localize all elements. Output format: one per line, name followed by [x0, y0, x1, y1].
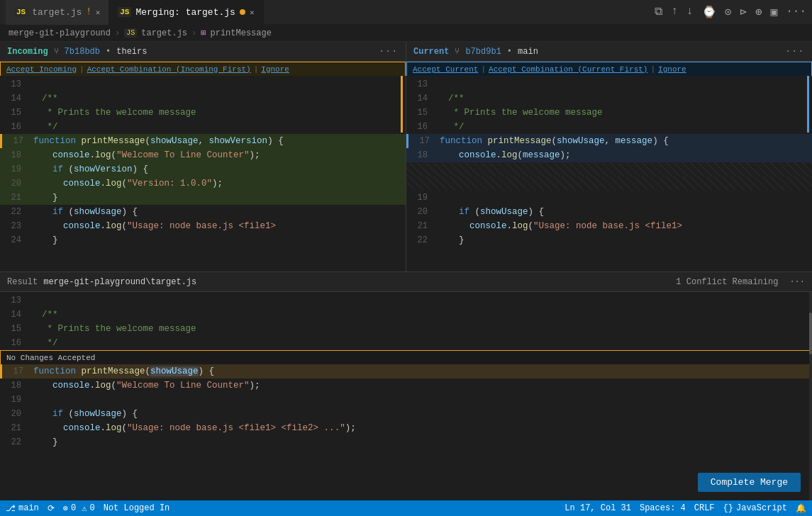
tab-merging-target-js[interactable]: JS Merging: target.js ✕: [109, 0, 263, 25]
conflict-count: 1 Conflict Remaining: [676, 277, 778, 287]
branch-icon[interactable]: ⊙: [725, 5, 732, 19]
code-line: 16 */: [0, 120, 406, 134]
incoming-hash: 7b18bdb: [65, 47, 100, 57]
sync-status[interactable]: ⟳: [48, 503, 55, 514]
code-line: 13: [406, 77, 812, 91]
current-more[interactable]: ···: [785, 47, 805, 57]
ignore-incoming-link[interactable]: Ignore: [261, 65, 289, 74]
code-line: 19: [0, 393, 812, 407]
code-line: 14 /**: [0, 91, 406, 106]
conflict-line: 19 if (showVersion) {: [0, 162, 406, 176]
breadcrumb-js-icon: JS: [124, 28, 137, 38]
js-icon: JS: [14, 7, 28, 17]
code-line: 18 console.log("Welcome To Line Counter"…: [0, 378, 812, 393]
breadcrumb-file[interactable]: target.js: [141, 28, 187, 38]
incoming-content: Accept Incoming | Accept Combination (In…: [0, 62, 406, 271]
js-icon-2: JS: [118, 7, 131, 17]
code-line: 22 }: [406, 233, 812, 247]
position-status[interactable]: Ln 17, Col 31: [564, 503, 631, 513]
more-icon[interactable]: ···: [786, 5, 806, 19]
code-line: 16 */: [406, 120, 812, 134]
conflict-line: 17 function printMessage(showUsage, mess…: [406, 134, 812, 148]
language-label: JavaScript: [736, 503, 787, 513]
sync-icon: ⟳: [48, 503, 55, 514]
position-label: Ln 17, Col 31: [564, 503, 631, 513]
nav-down-icon[interactable]: ↓: [686, 5, 694, 19]
conflict-line: 18 console.log(message);: [406, 148, 812, 162]
tab-modified-dot: [240, 9, 245, 15]
tab-label: target.js: [32, 7, 82, 18]
publish-icon[interactable]: ⊕: [755, 5, 762, 19]
login-label: Not Logged In: [104, 503, 170, 513]
layout-icon[interactable]: ▣: [771, 5, 778, 19]
code-line: 15 * Prints the welcome message: [406, 106, 812, 120]
branch-status[interactable]: ⎇ main: [6, 503, 39, 514]
bell-icon: 🔔: [796, 503, 806, 514]
curly-icon: {}: [723, 503, 733, 513]
git-branch-icon: ⎇: [6, 503, 16, 514]
current-label: Current: [413, 47, 449, 57]
split-editor-icon[interactable]: ⧉: [655, 5, 662, 19]
spaces-status[interactable]: Spaces: 4: [640, 503, 686, 513]
conflict-line: 20 console.log("Version: 1.0.0");: [0, 176, 406, 191]
incoming-label: Incoming: [7, 47, 48, 57]
login-status[interactable]: Not Logged In: [104, 503, 170, 513]
error-icon: ⊗: [63, 503, 68, 514]
hatch-line: [406, 176, 812, 191]
ignore-current-link[interactable]: Ignore: [658, 65, 686, 74]
current-branch: main: [518, 47, 538, 57]
forward-icon[interactable]: ⊳: [740, 5, 747, 19]
incoming-more[interactable]: ···: [379, 47, 399, 57]
tab-close-icon[interactable]: ✕: [96, 8, 101, 17]
tab-bar-actions: ⧉ ↑ ↓ ⌚ ⊙ ⊳ ⊕ ▣ ···: [655, 5, 806, 19]
breadcrumb-func[interactable]: printMessage: [211, 28, 272, 38]
errors-status[interactable]: ⊗ 0 ⚠ 0: [63, 503, 95, 514]
no-changes-label: No Changes Accepted: [6, 354, 95, 362]
line-ending-status[interactable]: CRLF: [694, 503, 715, 513]
conflict-result-line: 17 function printMessage(showUsage) {: [0, 364, 812, 378]
accept-combo-incoming-link[interactable]: Accept Combination (Incoming First): [87, 65, 251, 74]
no-changes-bar: No Changes Accepted: [0, 350, 812, 364]
incoming-action-bar: Accept Incoming | Accept Combination (In…: [0, 62, 406, 76]
current-code: 13 14 /** 15 * Prints the welcome messag…: [406, 76, 812, 249]
tab-bar: JS target.js ! ✕ JS Merging: target.js ✕…: [0, 0, 812, 25]
result-more[interactable]: ···: [789, 277, 805, 287]
code-line: 22 }: [0, 435, 812, 449]
code-line: 13: [0, 77, 406, 91]
complete-merge-button[interactable]: Complete Merge: [698, 473, 801, 492]
conflict-line: 21 }: [0, 191, 406, 205]
code-line: 13: [0, 293, 812, 308]
incoming-panel: Incoming ⑂ 7b18bdb • theirs ··· Accept I…: [0, 42, 406, 271]
language-status[interactable]: {} JavaScript: [723, 503, 787, 513]
top-panels: Incoming ⑂ 7b18bdb • theirs ··· Accept I…: [0, 42, 812, 272]
history-icon[interactable]: ⌚: [702, 5, 716, 19]
result-label: Result: [7, 277, 38, 287]
current-content: Accept Current | Accept Combination (Cur…: [406, 62, 812, 271]
nav-up-icon[interactable]: ↑: [671, 5, 678, 19]
result-header: Result merge-git-playground\target.js 1 …: [0, 272, 812, 292]
branch-name: main: [18, 503, 39, 513]
current-action-bar: Accept Current | Accept Combination (Cur…: [406, 62, 812, 76]
conflict-scroll-indicator-current: [807, 76, 809, 133]
code-line: 22 if (showUsage) {: [0, 205, 406, 219]
scrollbar-thumb: [809, 313, 812, 354]
warning-count: 0: [89, 503, 94, 513]
code-line: 14 /**: [0, 308, 812, 322]
result-code: 13 14 /** 15 * Prints the welcome messag…: [0, 292, 812, 451]
accept-incoming-link[interactable]: Accept Incoming: [6, 65, 77, 74]
scrollbar-track: [809, 292, 812, 500]
tab-close-icon-2[interactable]: ✕: [250, 8, 255, 17]
merge-editor: Incoming ⑂ 7b18bdb • theirs ··· Accept I…: [0, 42, 812, 500]
notifications-status[interactable]: 🔔: [796, 503, 806, 514]
code-line: 16 */: [0, 336, 812, 350]
warning-icon: ⚠: [82, 503, 87, 514]
conflict-line: 17 function printMessage(showUsage, show…: [0, 134, 406, 148]
tab-target-js[interactable]: JS target.js ! ✕: [6, 0, 109, 25]
incoming-branch: theirs: [116, 47, 147, 57]
current-hash: b7bd9b1: [465, 47, 501, 57]
code-line: 23 console.log("Usage: node base.js <fil…: [0, 219, 406, 233]
accept-combo-current-link[interactable]: Accept Combination (Current First): [489, 65, 647, 74]
breadcrumb-workspace[interactable]: merge-git-playground: [9, 28, 111, 38]
accept-current-link[interactable]: Accept Current: [413, 65, 478, 74]
code-line: 15 * Prints the welcome message: [0, 106, 406, 120]
